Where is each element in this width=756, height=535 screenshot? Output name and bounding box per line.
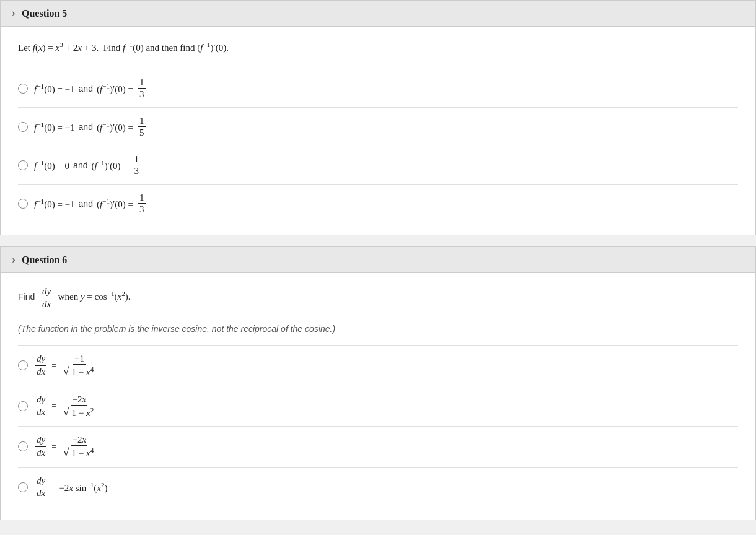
option-q5d-content: f−1(0) = −1 and (f−1)′(0) = 1 3 bbox=[34, 192, 147, 215]
option-q6a-content: dy dx = −1 √ 1 − x4 bbox=[34, 353, 98, 378]
radio-q5c[interactable] bbox=[18, 160, 28, 170]
question-5-header: Question 5 bbox=[1, 1, 755, 27]
option-q5b-content: f−1(0) = −1 and (f−1)′(0) = 1 5 bbox=[34, 115, 147, 138]
option-q6a: dy dx = −1 √ 1 − x4 bbox=[18, 345, 738, 386]
sqrt-expr-q6a: √ 1 − x4 bbox=[63, 365, 96, 378]
option-q5c-content: f−1(0) = 0 and (f−1)′(0) = 1 3 bbox=[34, 154, 141, 176]
option-q6d: dy dx = −2x sin−1(x2) bbox=[18, 467, 738, 507]
option-q5c: f−1(0) = 0 and (f−1)′(0) = 1 3 bbox=[18, 146, 738, 184]
sqrt-expr-q6c: √ 1 − x4 bbox=[63, 446, 96, 459]
question-5-block: Question 5 Let f(x) = x3 + 2x + 3. Find … bbox=[0, 0, 756, 235]
question-6-body: Find dy dx when y = cos−1(x2). (The func… bbox=[1, 273, 755, 520]
radio-q5a[interactable] bbox=[18, 84, 28, 94]
option-q6d-content: dy dx = −2x sin−1(x2) bbox=[34, 475, 108, 500]
option-q6b-content: dy dx = −2x √ 1 − x2 bbox=[34, 394, 98, 419]
question-6-header: Question 6 bbox=[1, 247, 755, 273]
radio-q6c[interactable] bbox=[18, 441, 28, 451]
question-5-prompt: Let f(x) = x3 + 2x + 3. Find f−1(0) and … bbox=[18, 39, 738, 55]
question-5-body: Let f(x) = x3 + 2x + 3. Find f−1(0) and … bbox=[1, 27, 755, 235]
option-q6c: dy dx = −2x √ 1 − x4 bbox=[18, 426, 738, 467]
option-q5d: f−1(0) = −1 and (f−1)′(0) = 1 3 bbox=[18, 184, 738, 222]
question-6-prompt: Find dy dx when y = cos−1(x2). bbox=[18, 285, 738, 310]
option-q5a-content: f−1(0) = −1 and (f−1)′(0) = 1 3 bbox=[34, 77, 147, 100]
question-6-title: Question 6 bbox=[22, 254, 67, 266]
option-q6b: dy dx = −2x √ 1 − x2 bbox=[18, 386, 738, 427]
radio-q6d[interactable] bbox=[18, 482, 28, 492]
question-6-note: (The function in the problem is the inve… bbox=[18, 324, 738, 334]
sqrt-expr-q6b: √ 1 − x2 bbox=[63, 406, 96, 419]
radio-q5d[interactable] bbox=[18, 199, 28, 209]
prompt-text: Let f(x) = x3 + 2x + 3. Find f−1(0) and … bbox=[18, 43, 229, 53]
question-6-block: Question 6 Find dy dx when y = cos−1(x2)… bbox=[0, 246, 756, 520]
radio-q6a[interactable] bbox=[18, 360, 28, 370]
option-q5a: f−1(0) = −1 and (f−1)′(0) = 1 3 bbox=[18, 69, 738, 107]
radio-q5b[interactable] bbox=[18, 122, 28, 132]
radio-q6b[interactable] bbox=[18, 401, 28, 411]
question-5-title: Question 5 bbox=[22, 8, 67, 19]
option-q5b: f−1(0) = −1 and (f−1)′(0) = 1 5 bbox=[18, 107, 738, 146]
option-q6c-content: dy dx = −2x √ 1 − x4 bbox=[34, 434, 98, 459]
